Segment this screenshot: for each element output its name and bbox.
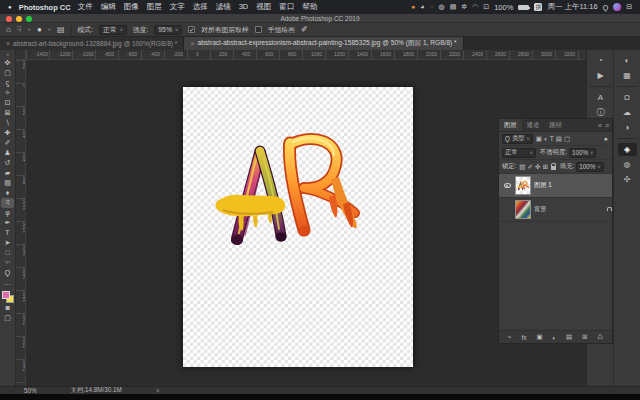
siri-icon[interactable] <box>613 3 621 11</box>
layer-name[interactable]: 图层 1 <box>534 181 552 190</box>
menu-extra-icon-2[interactable]: ◕ <box>420 0 424 14</box>
channels-panel-icon[interactable]: ◍ <box>618 158 637 171</box>
menu-item[interactable]: 视图 <box>256 2 271 12</box>
brush-preset-caret-icon[interactable]: ˅ <box>48 27 51 33</box>
healing-brush-tool[interactable]: ✚ <box>1 128 14 138</box>
menu-item[interactable]: 帮助 <box>302 2 317 12</box>
lock-artboard-icon[interactable]: ⊞ <box>541 163 548 171</box>
layers-panel-tab[interactable]: 通道 <box>522 119 545 131</box>
ruler-origin-corner[interactable] <box>16 50 26 60</box>
filter-shape-layers-icon[interactable]: ▤ <box>555 135 563 143</box>
spotlight-search-icon[interactable]: Ϙ <box>603 4 608 11</box>
layer-style-icon[interactable]: fx <box>521 334 528 341</box>
menu-bar-clock[interactable]: 周一 上午11:16 <box>547 2 597 12</box>
zoom-tool[interactable]: Ϙ <box>1 268 14 278</box>
layer-visibility-toggle[interactable] <box>502 183 512 188</box>
filter-pixel-layers-icon[interactable]: ▣ <box>535 135 543 143</box>
pressure-size-icon[interactable]: ✐ <box>301 25 308 34</box>
learn-panel-icon[interactable]: Ω <box>618 91 637 104</box>
expand-tools-icon[interactable]: » <box>6 51 9 58</box>
sample-all-layers-checkbox[interactable] <box>188 26 195 33</box>
mode-select[interactable]: 正常 ˅ <box>99 25 127 35</box>
opacity-select[interactable]: 100% ˅ <box>569 148 596 158</box>
eraser-tool[interactable]: ▰ <box>1 168 14 178</box>
menu-item[interactable]: 图像 <box>124 2 139 12</box>
frame-tool[interactable]: ⊠ <box>1 108 14 118</box>
home-icon[interactable]: ⌂ <box>6 25 11 34</box>
crop-tool[interactable]: ⊡ <box>1 98 14 108</box>
swatches-panel-icon[interactable]: ▦ <box>618 69 637 82</box>
tool-preset-caret-icon[interactable]: ˅ <box>28 27 31 33</box>
menu-extra-icon-1[interactable]: ● <box>411 0 415 14</box>
control-center-icon[interactable]: ⊟ <box>626 3 632 11</box>
app-menu-title[interactable]: Photoshop CC <box>19 3 71 12</box>
layer-thumbnail[interactable] <box>515 176 531 195</box>
menu-extra-icon-3[interactable]: ◑ <box>429 0 433 14</box>
menu-item[interactable]: 3D <box>239 2 249 12</box>
libraries-panel-icon[interactable]: ☁ <box>618 106 637 119</box>
lasso-tool[interactable]: ϛ <box>1 78 14 88</box>
layer-thumbnail[interactable] <box>515 200 531 219</box>
document-tab[interactable]: ×abstract-art-background-1328884.jpg @ 1… <box>0 37 184 50</box>
status-options-chevron-icon[interactable]: > <box>156 387 160 394</box>
smudge-tool[interactable]: ☟ <box>1 198 14 208</box>
brush-preset-icon[interactable]: ● <box>37 25 42 34</box>
layers-panel-tab[interactable]: 路径 <box>544 119 567 131</box>
paths-panel-icon[interactable]: ✣ <box>618 173 637 186</box>
menu-extra-icon-5[interactable]: ▤ <box>450 0 457 14</box>
horizontal-ruler[interactable]: -1400-1200-1000-800-600-400-200020040060… <box>26 50 586 60</box>
new-group-icon[interactable]: ▤ <box>565 333 573 341</box>
layer-filter-select[interactable]: Ϙ 类型 ˅ <box>502 134 533 144</box>
vertical-ruler[interactable]: -200020040060080010001200140016001800200… <box>16 60 26 386</box>
menu-item[interactable]: 文字 <box>170 2 185 12</box>
battery-icon[interactable] <box>518 5 529 10</box>
quick-selection-tool[interactable]: ✧ <box>1 88 14 98</box>
layers-panel-icon[interactable]: ◈ <box>618 143 637 156</box>
quick-mask-icon[interactable]: ◙ <box>1 303 14 313</box>
marquee-tool[interactable]: ▢ <box>1 68 14 78</box>
layer-row[interactable]: 背景 <box>499 198 612 222</box>
delete-layer-icon[interactable]: ♺ <box>596 333 604 341</box>
display-mirroring-icon[interactable]: ⊡ <box>483 0 489 14</box>
brush-tool[interactable]: ✐ <box>1 138 14 148</box>
filter-toggle-icon[interactable]: ● <box>603 135 609 142</box>
more-tools[interactable]: … <box>1 278 14 288</box>
document-canvas[interactable] <box>183 87 413 367</box>
finger-painting-checkbox[interactable] <box>255 26 262 33</box>
add-layer-mask-icon[interactable]: ▣ <box>535 333 543 341</box>
blend-mode-select[interactable]: 正常 ˅ <box>502 148 536 158</box>
keyboard-brightness-icon[interactable]: ✲ <box>461 0 467 14</box>
menu-item[interactable]: 图层 <box>147 2 162 12</box>
shape-tool[interactable]: □ <box>1 248 14 258</box>
type-tool[interactable]: T <box>1 228 14 238</box>
strength-select[interactable]: 95% ˅ <box>154 25 182 35</box>
path-selection-tool[interactable]: ➤ <box>1 238 14 248</box>
history-panel-icon[interactable]: ◔ <box>591 54 610 67</box>
character-panel-icon[interactable]: A <box>591 91 610 104</box>
new-layer-icon[interactable]: ⊞ <box>581 333 588 341</box>
panel-collapse-icon[interactable]: « <box>598 122 602 129</box>
history-brush-tool[interactable]: ↺ <box>1 158 14 168</box>
menu-item[interactable]: 选择 <box>193 2 208 12</box>
menu-item[interactable]: 文件 <box>78 2 93 12</box>
clone-stamp-tool[interactable]: ♟ <box>1 148 14 158</box>
link-layers-icon[interactable]: ⌁ <box>507 333 513 341</box>
lock-transparent-pixels-icon[interactable]: ▨ <box>518 163 526 171</box>
pen-tool[interactable]: ✒ <box>1 218 14 228</box>
layer-row[interactable]: 图层 1 <box>499 174 612 198</box>
move-tool[interactable]: ✜ <box>1 58 14 68</box>
input-method-icon[interactable]: 拼 <box>534 3 542 11</box>
menu-extra-icon-4[interactable]: ◍ <box>439 0 445 14</box>
toggle-brush-panel-icon[interactable]: ▤ <box>57 25 65 34</box>
tab-close-icon[interactable]: × <box>6 40 10 47</box>
filter-smart-objects-icon[interactable]: ▢ <box>563 135 571 143</box>
panel-menu-icon[interactable]: ≡ <box>605 122 609 129</box>
wifi-icon[interactable]: ◠ <box>472 0 478 14</box>
current-tool-icon[interactable]: ☟ <box>17 25 22 34</box>
apple-menu-icon[interactable]: ● <box>8 4 12 10</box>
adjustments-panel-icon[interactable]: ◑ <box>618 121 637 134</box>
gradient-tool[interactable]: ▧ <box>1 178 14 188</box>
menu-item[interactable]: 滤镜 <box>216 2 231 12</box>
new-adjustment-layer-icon[interactable]: ◐ <box>551 334 557 341</box>
lock-all-icon[interactable] <box>551 166 556 170</box>
